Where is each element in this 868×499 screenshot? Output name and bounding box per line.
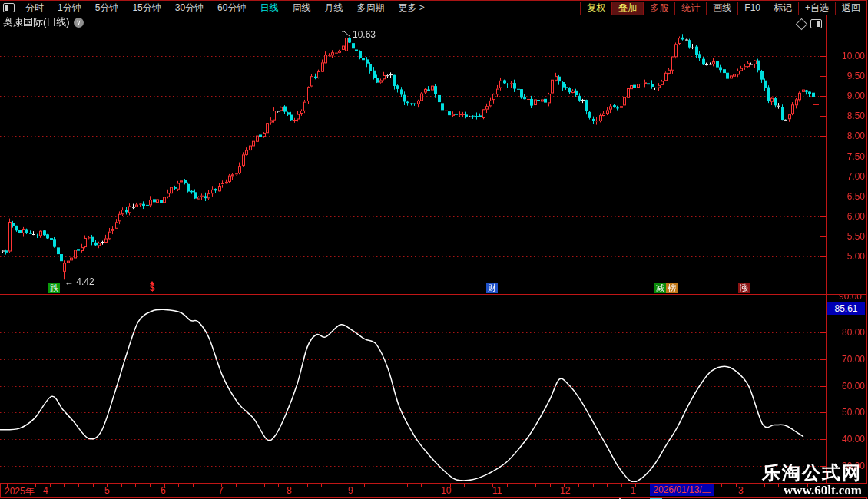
high-annotation: 10.63 xyxy=(353,29,376,40)
axis-tick xyxy=(78,484,79,487)
axis-tick xyxy=(522,484,522,487)
toolbar-button-复权[interactable]: 复权 xyxy=(580,2,611,15)
period-tabs: 分时1分钟5分钟15分钟30分钟60分钟日线周线月线多周期更多 > xyxy=(18,2,432,15)
month-label-4: 4 xyxy=(43,485,48,496)
month-label-6: 6 xyxy=(161,485,166,496)
axis-vertical-line xyxy=(826,14,827,497)
price-axis-label: 6.50 xyxy=(830,191,865,202)
event-badge-跌[interactable]: 跌 xyxy=(48,283,60,293)
month-label-9: 9 xyxy=(348,485,353,496)
toolbar-right-buttons: 复权叠加多股统计画线F10标记+自选返回 xyxy=(580,1,866,15)
toolbar-button-多股[interactable]: 多股 xyxy=(643,2,674,15)
top-toolbar: 分时1分钟5分钟15分钟30分钟60分钟日线周线月线多周期更多 > 复权叠加多股… xyxy=(0,0,866,15)
indicator-axis-label: 80.00 xyxy=(830,327,865,338)
toolbar-button-画线[interactable]: 画线 xyxy=(706,2,737,15)
axis-tick xyxy=(364,484,365,487)
axis-tick xyxy=(121,484,122,487)
indicator-axis-label: 60.00 xyxy=(830,381,865,392)
axis-tick xyxy=(236,484,237,487)
axis-tick xyxy=(336,484,336,487)
pane-separator-line[interactable] xyxy=(0,294,866,295)
period-tab-15分钟[interactable]: 15分钟 xyxy=(125,2,167,15)
chart-title-row: 奥康国际(日线) ∨ xyxy=(3,16,84,28)
event-badge-榜[interactable]: 榜 xyxy=(666,283,678,293)
axis-tick xyxy=(464,484,465,487)
indicator-max-badge: 85.61 xyxy=(827,302,865,315)
axis-label-90: 90.00 xyxy=(827,295,862,302)
axis-tick xyxy=(379,484,379,487)
axis-tick xyxy=(736,484,737,487)
axis-tick xyxy=(750,484,750,487)
axis-tick xyxy=(135,484,136,487)
period-tab-分时[interactable]: 分时 xyxy=(18,2,51,15)
month-label-3: 3 xyxy=(738,485,744,496)
month-label-11: 11 xyxy=(492,485,502,496)
toolbar-button-F10[interactable]: F10 xyxy=(737,2,767,15)
axis-tick xyxy=(150,484,151,487)
axis-tick xyxy=(64,484,65,487)
toolbar-button-返回[interactable]: 返回 xyxy=(835,2,866,15)
axis-tick xyxy=(421,484,422,487)
axis-tick xyxy=(264,484,265,487)
axis-tick xyxy=(50,484,51,487)
price-axis-label: 5.50 xyxy=(830,231,865,242)
event-badge-财[interactable]: 财 xyxy=(486,283,498,293)
month-label-7: 7 xyxy=(218,485,224,496)
period-tab-周线[interactable]: 周线 xyxy=(285,2,317,15)
price-axis-label: 5.00 xyxy=(830,251,865,262)
price-axis-label: 8.00 xyxy=(830,131,865,141)
month-label-12: 12 xyxy=(560,485,570,496)
low-arrow-icon: ← xyxy=(65,276,74,287)
toolbar-button-标记[interactable]: 标记 xyxy=(767,2,798,15)
diamond-icon[interactable] xyxy=(796,18,808,30)
price-axis-label: 7.00 xyxy=(830,171,865,182)
period-tab-5分钟[interactable]: 5分钟 xyxy=(88,2,126,15)
axis-tick xyxy=(721,484,722,487)
chart-canvas[interactable] xyxy=(0,0,868,499)
price-axis-label: 9.50 xyxy=(830,71,865,81)
axis-tick xyxy=(93,484,94,487)
axis-tick xyxy=(193,484,194,487)
price-axis-label: 9.00 xyxy=(830,91,865,101)
axis-tick xyxy=(621,484,622,487)
price-axis-label: 6.00 xyxy=(830,211,865,222)
price-axis-label: 8.50 xyxy=(830,111,865,121)
month-label-8: 8 xyxy=(287,485,292,496)
period-tab-月线[interactable]: 月线 xyxy=(317,2,350,15)
low-annotation: ← 4.42 xyxy=(65,276,94,287)
site-watermark: 乐淘公式网 www.60lt.com xyxy=(762,463,862,497)
axis-tick xyxy=(550,484,551,487)
pane-layout-icon[interactable] xyxy=(810,19,822,28)
axis-tick xyxy=(207,484,207,487)
layout-toggle-button[interactable] xyxy=(0,1,18,15)
period-tab-60分钟[interactable]: 60分钟 xyxy=(210,2,253,15)
year-label: 2025年 xyxy=(5,485,35,498)
axis-tick xyxy=(178,484,179,487)
split-panel-icon xyxy=(3,3,15,12)
axis-tick xyxy=(407,484,408,487)
axis-tick xyxy=(35,484,36,487)
period-tab-更多 >[interactable]: 更多 > xyxy=(391,2,431,15)
indicator-axis-label: 50.00 xyxy=(830,407,865,418)
axis-tick xyxy=(321,484,322,487)
period-tab-30分钟[interactable]: 30分钟 xyxy=(168,2,210,15)
event-badge-涨[interactable]: 涨 xyxy=(738,283,750,293)
toolbar-button-统计[interactable]: 统计 xyxy=(674,2,706,15)
axis-tick xyxy=(307,484,308,487)
period-tab-日线[interactable]: 日线 xyxy=(253,2,285,15)
event-badge-减[interactable]: 减 xyxy=(654,283,666,293)
toolbar-button-叠加[interactable]: 叠加 xyxy=(611,2,643,15)
period-tab-1分钟[interactable]: 1分钟 xyxy=(51,2,88,15)
axis-tick xyxy=(593,484,594,487)
axis-tick xyxy=(293,484,293,487)
chevron-down-icon[interactable]: ∨ xyxy=(74,18,84,28)
price-axis-label: 10.00 xyxy=(830,51,865,61)
period-tab-多周期[interactable]: 多周期 xyxy=(350,2,391,15)
axis-tick xyxy=(250,484,250,487)
axis-tick xyxy=(607,484,608,487)
month-label-10: 10 xyxy=(441,485,451,496)
toolbar-button-+自选[interactable]: +自选 xyxy=(798,2,835,15)
axis-tick xyxy=(436,484,436,487)
dividend-marker[interactable]: $ xyxy=(150,281,155,292)
axis-tick xyxy=(578,484,579,487)
